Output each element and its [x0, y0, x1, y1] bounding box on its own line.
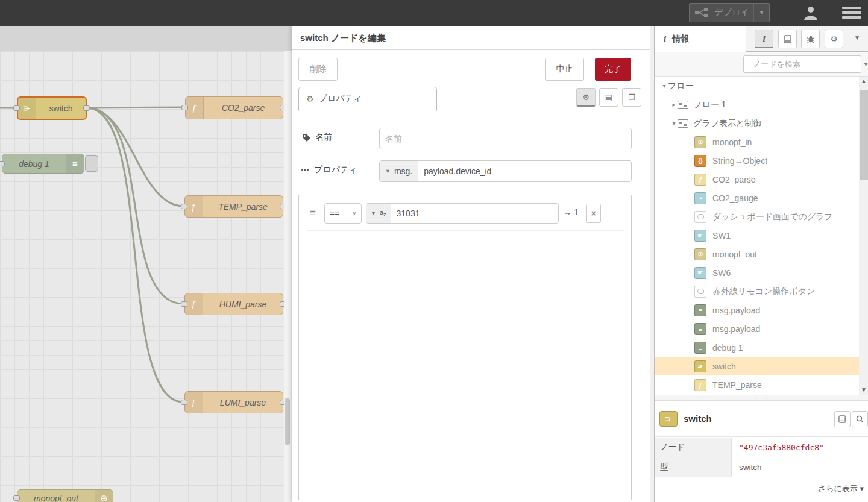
flow-node-debug1[interactable]: debug 1≡: [2, 154, 84, 174]
flow-canvas[interactable]: ⋔switchƒCO2_parseƒTEMP_parseƒHUMI_parseƒ…: [0, 26, 292, 502]
drag-handle-icon[interactable]: ≡: [310, 207, 316, 219]
tab-info[interactable]: i 情報: [655, 26, 746, 52]
tree-node-item[interactable]: ≡debug 1: [655, 338, 859, 357]
tree-scroll-thumb[interactable]: [860, 90, 868, 180]
show-more-link[interactable]: さらに表示 ▾: [818, 483, 864, 494]
property-type-select[interactable]: ▼ msg.: [380, 161, 418, 181]
detail-row-label: 型: [655, 457, 732, 477]
input-port[interactable]: [181, 204, 187, 209]
deploy-button[interactable]: デプロイ ▼: [689, 3, 770, 22]
sidebar-config-button[interactable]: ⚙: [825, 30, 843, 48]
input-port[interactable]: [13, 105, 20, 111]
scroll-down-icon[interactable]: ▼: [859, 385, 868, 395]
property-input[interactable]: [418, 166, 631, 176]
tree-node-item[interactable]: ダッシュボード画面でのグラフ: [655, 207, 859, 226]
tree-flow-item[interactable]: ▾フロー: [655, 77, 859, 95]
deploy-label: デプロイ: [710, 7, 753, 18]
function-icon: ƒ: [185, 293, 203, 315]
comment-bubble-icon: [697, 214, 704, 219]
tree-chevron-icon[interactable]: ▸: [670, 101, 678, 108]
flow-node-co2[interactable]: ƒCO2_parse: [185, 96, 283, 119]
rule-value-input[interactable]: [391, 209, 558, 218]
flow-node-temp[interactable]: ƒTEMP_parse: [184, 195, 283, 218]
sidebar-resizer[interactable]: [650, 26, 654, 502]
done-button[interactable]: 完了: [595, 58, 631, 81]
hamburger-icon[interactable]: [842, 7, 861, 20]
info-icon: i: [664, 34, 666, 44]
debug-icon: ≡: [66, 154, 84, 173]
input-port[interactable]: [181, 105, 188, 110]
tree-node-item[interactable]: ☛SW1: [655, 226, 859, 245]
tree-node-item[interactable]: ƒCO2_parse: [655, 170, 859, 189]
node-label: HUMI_parse: [203, 293, 283, 315]
tree-node-item[interactable]: ≡msg.payload: [655, 301, 859, 319]
user-icon[interactable]: [803, 5, 819, 20]
search-input[interactable]: [753, 60, 859, 69]
function-icon: ƒ: [185, 196, 203, 217]
tree-flow-item[interactable]: ▸フロー 1: [655, 95, 859, 114]
tree-node-item[interactable]: ⊕monopf_out: [655, 245, 859, 263]
tree-node-item[interactable]: ◔CO2_gauge: [655, 189, 859, 207]
node-label: monopf_out: [17, 490, 95, 502]
rule-delete-button[interactable]: ×: [586, 204, 601, 223]
sidebar-debug-button[interactable]: [801, 30, 820, 48]
sidebar-info-button[interactable]: i: [755, 30, 773, 48]
tree-chevron-icon[interactable]: ▾: [661, 83, 668, 89]
flow-node-monopfout[interactable]: monopf_out⊕: [17, 489, 113, 502]
detail-help-button[interactable]: [834, 411, 851, 427]
input-port[interactable]: [13, 495, 20, 501]
canvas-scroll-thumb[interactable]: [285, 398, 290, 445]
edit-properties-button[interactable]: ⚙: [576, 88, 596, 107]
tree-node-item[interactable]: ≡msg.payload: [655, 319, 859, 338]
tree-flow-item[interactable]: ▾グラフ表示と制御: [655, 114, 859, 133]
input-port[interactable]: [181, 400, 187, 405]
gauge-icon: ◔: [694, 192, 706, 204]
scroll-up-icon[interactable]: ▲: [859, 77, 868, 86]
rule-operator-select[interactable]: == ∨: [324, 203, 362, 224]
tree-node-item[interactable]: 赤外線リモコン操作ボタン: [655, 282, 859, 301]
function-icon: ƒ: [186, 97, 204, 119]
output-port[interactable]: [83, 105, 90, 111]
book-icon: [838, 415, 846, 423]
tree-node-item[interactable]: ⋔switch: [655, 357, 859, 375]
function-icon: ƒ: [694, 174, 706, 186]
gear-icon: ⚙: [306, 94, 314, 104]
rule-value-type-select[interactable]: ▼ az: [366, 204, 391, 223]
flow-node-lumi[interactable]: ƒLUMI_parse: [184, 391, 283, 413]
tree-node-item[interactable]: ƒTEMP_parse: [655, 375, 859, 394]
detail-row-value: switch: [732, 457, 868, 477]
node-detail-panel: ⋔ switch ノード "497c3af5880cfdc8"型 switch …: [655, 401, 868, 502]
comment-icon: [694, 211, 706, 223]
monopf-icon: ⊕: [95, 490, 113, 502]
tree-chevron-icon[interactable]: ▾: [670, 120, 678, 127]
name-input[interactable]: [380, 134, 631, 143]
tab-properties[interactable]: ⚙ プロパティ: [298, 87, 437, 111]
input-port[interactable]: [0, 161, 5, 166]
chevron-down-icon[interactable]: ▼: [863, 61, 868, 67]
flow-node-switch[interactable]: ⋔switch: [17, 96, 87, 120]
sidebar-splitter[interactable]: ····: [655, 395, 868, 401]
cancel-button[interactable]: 中止: [545, 58, 584, 81]
sidebar-help-button[interactable]: [778, 30, 797, 48]
deploy-caret-icon[interactable]: ▼: [753, 4, 769, 22]
sidebar-tab-menu-caret[interactable]: ▼: [854, 34, 860, 41]
node-search-box[interactable]: ▼: [743, 55, 861, 73]
flow-node-humi[interactable]: ƒHUMI_parse: [184, 293, 283, 315]
tree-node-item[interactable]: ⊕monopf_in: [655, 133, 859, 151]
name-field-label: 名前: [302, 132, 332, 143]
description-button[interactable]: ▤: [599, 88, 618, 107]
delete-button[interactable]: 削除: [298, 58, 338, 81]
tree-node-item[interactable]: ☛SW6: [655, 263, 859, 282]
tree-node-item[interactable]: {}String→Object: [655, 151, 859, 170]
appearance-button[interactable]: ❐: [622, 88, 641, 107]
debug-toggle-button[interactable]: [85, 155, 98, 172]
switch-icon: ⋔: [694, 360, 706, 372]
rule-output-label: → 1: [563, 207, 579, 217]
tree-item-label: ダッシュボード画面でのグラフ: [712, 212, 833, 222]
name-input-wrap: [379, 128, 632, 149]
tree-scrollbar[interactable]: ▲ ▼: [859, 77, 868, 395]
input-port[interactable]: [181, 301, 187, 307]
canvas-scrollbar[interactable]: [284, 51, 291, 502]
detail-search-button[interactable]: [852, 411, 868, 427]
document-icon: ▤: [605, 93, 612, 102]
